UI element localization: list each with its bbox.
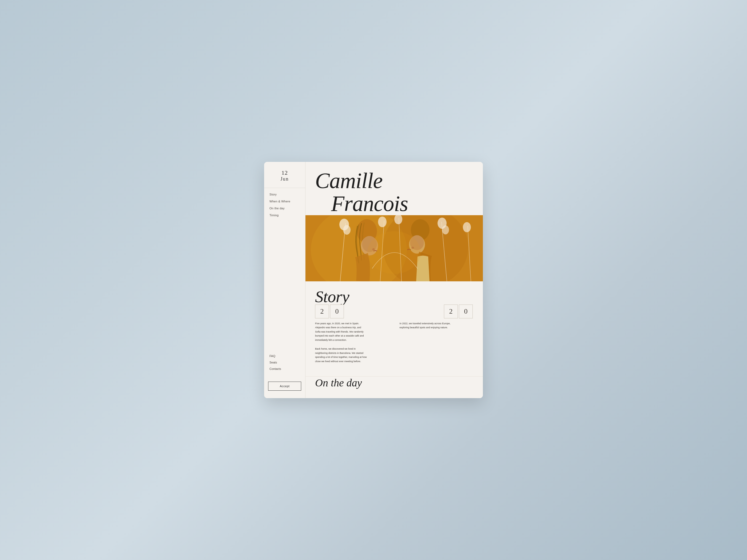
sidebar-bottom: FAQ Seats Contacts [264,354,305,374]
date-number: 12 [269,169,300,176]
svg-point-20 [442,225,449,234]
story-text-section: Five years ago, in 2020, we met in Spain… [306,319,483,376]
hero-name-line1: Camille [315,168,383,193]
on-the-day-section: On the day [306,376,483,398]
hero-title-section: Camille Francois [306,162,483,215]
year-digits-left: 2 0 [315,304,344,318]
couple-photo [306,215,483,281]
hero-name: Camille Francois [315,169,473,215]
year-digit-0-right: 0 [459,304,473,318]
sidebar-nav: Story When & Where On the day Timing [264,188,305,354]
sidebar-item-story[interactable]: Story [269,193,305,196]
sidebar-date: 12 Jun [264,162,305,188]
sidebar: 12 Jun Story When & Where On the day Tim… [264,162,306,398]
page-wrapper: 12 Jun Story When & Where On the day Tim… [264,162,483,398]
svg-point-15 [378,216,387,227]
svg-point-22 [463,222,471,232]
couple-photo-inner [306,215,483,281]
story-text-right: In 2022, we traveled extensively across … [400,322,473,368]
year-digit-2-left: 2 [315,304,329,318]
date-month: Jun [269,176,300,182]
hero-name-line2: Francois [331,192,473,215]
svg-point-13 [343,225,351,235]
sidebar-item-when-where[interactable]: When & Where [269,200,305,203]
story-heading-section: Story 2 0 2 0 [306,281,483,318]
main-content: Camille Francois [306,162,483,398]
story-heading: Story [315,287,473,306]
sidebar-item-timing[interactable]: Timing [269,214,305,217]
sidebar-item-seats[interactable]: Seats [269,361,305,364]
story-paragraph-2: Back home, we discovered we lived in nei… [315,347,367,364]
accept-button[interactable]: Accept [268,381,301,391]
year-digit-2-right: 2 [444,304,458,318]
on-the-day-heading: On the day [315,376,473,389]
year-digit-0-left: 0 [330,304,344,318]
story-paragraph-3: In 2022, we traveled extensively across … [400,322,452,330]
svg-point-23 [367,231,421,274]
sidebar-item-contacts[interactable]: Contacts [269,367,305,370]
sidebar-item-on-the-day[interactable]: On the day [269,207,305,210]
year-row: 2 0 2 0 [315,304,473,318]
sidebar-item-faq[interactable]: FAQ [269,354,305,357]
story-text-left: Five years ago, in 2020, we met in Spain… [315,322,389,368]
year-digits-right: 2 0 [444,304,473,318]
story-paragraph-1: Five years ago, in 2020, we met in Spain… [315,322,367,342]
